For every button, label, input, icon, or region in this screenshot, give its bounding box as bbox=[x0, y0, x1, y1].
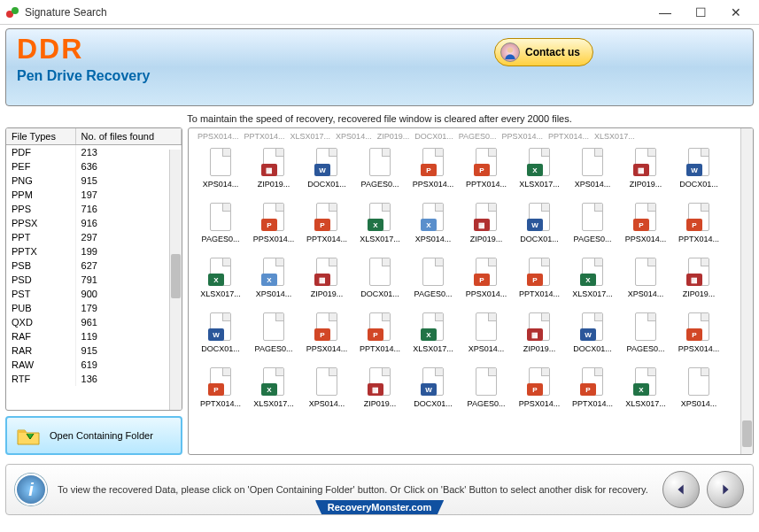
file-item[interactable]: PPPSX014... bbox=[407, 146, 460, 197]
file-item[interactable]: PAGES0... bbox=[194, 201, 247, 252]
file-item[interactable]: WDOCX01... bbox=[672, 146, 725, 197]
file-item[interactable]: XXLSX017... bbox=[513, 146, 566, 197]
table-row[interactable]: PPS716 bbox=[6, 202, 182, 216]
cell-type: QXD bbox=[6, 315, 75, 329]
table-row[interactable]: PPTX199 bbox=[6, 244, 182, 258]
file-item[interactable]: XPS014... bbox=[619, 256, 672, 307]
file-item[interactable]: WDOCX01... bbox=[300, 146, 353, 197]
col-header-count[interactable]: No. of files found bbox=[75, 128, 181, 145]
file-item[interactable]: PPPTX014... bbox=[194, 366, 247, 417]
table-row[interactable]: RAW619 bbox=[6, 358, 182, 372]
cell-count: 627 bbox=[75, 258, 181, 273]
file-item[interactable]: PAGES0... bbox=[566, 201, 619, 252]
file-item[interactable]: WDOCX01... bbox=[194, 311, 247, 362]
page-file-icon bbox=[206, 201, 235, 233]
file-item[interactable]: ▦ZIP019... bbox=[513, 311, 566, 362]
file-item[interactable]: PPPSX014... bbox=[300, 311, 353, 362]
file-item[interactable]: PPPSX014... bbox=[672, 311, 725, 362]
file-item[interactable]: PPPSX014... bbox=[247, 201, 300, 252]
file-item[interactable]: DOCX01... bbox=[353, 256, 407, 307]
table-row[interactable]: PST900 bbox=[6, 287, 182, 301]
file-item[interactable]: XXLSX017... bbox=[619, 366, 672, 417]
file-item[interactable]: PPPTX014... bbox=[672, 201, 725, 252]
file-item[interactable]: PAGES0... bbox=[460, 366, 513, 417]
file-name: PPTX014... bbox=[461, 180, 512, 189]
right-scroll-thumb[interactable] bbox=[742, 420, 752, 447]
file-item[interactable]: XXPS014... bbox=[247, 256, 300, 307]
table-row[interactable]: PPSX916 bbox=[6, 216, 182, 230]
file-item[interactable]: ▦ZIP019... bbox=[353, 366, 407, 417]
close-button[interactable]: ✕ bbox=[718, 2, 754, 23]
file-item[interactable]: PAGES0... bbox=[247, 311, 300, 362]
table-row[interactable]: RTF136 bbox=[6, 372, 182, 386]
file-item[interactable]: ▦ZIP019... bbox=[247, 146, 300, 197]
right-scrollbar[interactable] bbox=[740, 128, 753, 454]
file-item[interactable]: XXLSX017... bbox=[566, 256, 619, 307]
file-name: XPS014... bbox=[673, 399, 724, 408]
cell-type: PDF bbox=[6, 145, 75, 160]
cell-type: RAF bbox=[6, 329, 75, 343]
table-row[interactable]: RAR915 bbox=[6, 343, 182, 358]
next-button[interactable] bbox=[707, 471, 744, 508]
minimize-button[interactable]: — bbox=[647, 2, 683, 23]
file-item[interactable]: PPPTX014... bbox=[353, 311, 407, 362]
logo-text: DDR bbox=[17, 35, 742, 63]
table-row[interactable]: PSD791 bbox=[6, 273, 182, 287]
file-item[interactable]: PAGES0... bbox=[353, 146, 407, 197]
file-name: XLSX017... bbox=[567, 289, 618, 298]
file-item[interactable]: PPPTX014... bbox=[513, 256, 566, 307]
file-item[interactable]: XXPS014... bbox=[407, 201, 460, 252]
file-name: XPS014... bbox=[620, 289, 671, 298]
table-row[interactable]: PPT297 bbox=[6, 230, 182, 244]
file-item[interactable]: PPPTX014... bbox=[566, 366, 619, 417]
pptx-file-icon: P bbox=[685, 311, 713, 343]
file-item[interactable]: XXLSX017... bbox=[353, 201, 407, 252]
left-scrollbar[interactable] bbox=[169, 150, 182, 410]
file-item[interactable]: PPPSX014... bbox=[619, 201, 672, 252]
svg-point-2 bbox=[507, 47, 513, 52]
content-area: File Types No. of files found PDF213PEF6… bbox=[5, 127, 754, 455]
file-item[interactable]: WDOCX01... bbox=[566, 311, 619, 362]
table-row[interactable]: PNG915 bbox=[6, 173, 182, 188]
table-row[interactable]: PSB627 bbox=[6, 258, 182, 273]
table-row[interactable]: PPM197 bbox=[6, 188, 182, 202]
footer-text: To view the recovered Data, please click… bbox=[58, 483, 652, 496]
file-item[interactable]: ▦ZIP019... bbox=[672, 256, 725, 307]
file-item[interactable]: XPS014... bbox=[460, 311, 513, 362]
file-item[interactable]: PPPTX014... bbox=[300, 201, 353, 252]
file-item[interactable]: XPS014... bbox=[672, 366, 725, 417]
file-item[interactable]: PPPTX014... bbox=[460, 146, 513, 197]
table-row[interactable]: PDF213 bbox=[6, 145, 182, 160]
file-item[interactable]: PPPSX014... bbox=[460, 256, 513, 307]
file-item[interactable]: XXLSX017... bbox=[247, 366, 300, 417]
pptx-file-icon: P bbox=[313, 311, 341, 343]
file-item[interactable]: ▦ZIP019... bbox=[619, 146, 672, 197]
file-item[interactable]: XPS014... bbox=[300, 366, 353, 417]
header-band: DDR Pen Drive Recovery Contact us bbox=[5, 28, 754, 106]
file-item[interactable]: XXLSX017... bbox=[407, 311, 460, 362]
table-row[interactable]: PUB179 bbox=[6, 301, 182, 315]
col-header-type[interactable]: File Types bbox=[6, 128, 75, 145]
table-row[interactable]: RAF119 bbox=[6, 329, 182, 343]
table-row[interactable]: PEF636 bbox=[6, 159, 182, 173]
maximize-button[interactable]: ☐ bbox=[683, 2, 718, 23]
cell-type: RAW bbox=[6, 358, 75, 372]
file-item[interactable]: PPPSX014... bbox=[513, 366, 566, 417]
file-item[interactable]: ▦ZIP019... bbox=[300, 256, 353, 307]
file-item[interactable]: XPS014... bbox=[194, 146, 247, 197]
back-button[interactable] bbox=[662, 471, 700, 508]
file-item[interactable]: PAGES0... bbox=[619, 311, 672, 362]
file-item[interactable]: WDOCX01... bbox=[513, 201, 566, 252]
cell-count: 900 bbox=[75, 287, 181, 301]
left-scroll-thumb[interactable] bbox=[171, 254, 181, 298]
file-item[interactable]: WDOCX01... bbox=[407, 366, 460, 417]
file-item[interactable]: XPS014... bbox=[566, 146, 619, 197]
file-item[interactable]: ▦ZIP019... bbox=[460, 201, 513, 252]
table-row[interactable]: QXD961 bbox=[6, 315, 182, 329]
file-item[interactable]: XXLSX017... bbox=[194, 256, 247, 307]
contact-us-button[interactable]: Contact us bbox=[494, 38, 593, 66]
file-item[interactable]: PAGES0... bbox=[407, 256, 460, 307]
page-file-icon bbox=[578, 146, 607, 178]
open-containing-folder-button[interactable]: Open Containing Folder bbox=[5, 416, 182, 455]
file-name: PAGES0... bbox=[195, 235, 246, 243]
